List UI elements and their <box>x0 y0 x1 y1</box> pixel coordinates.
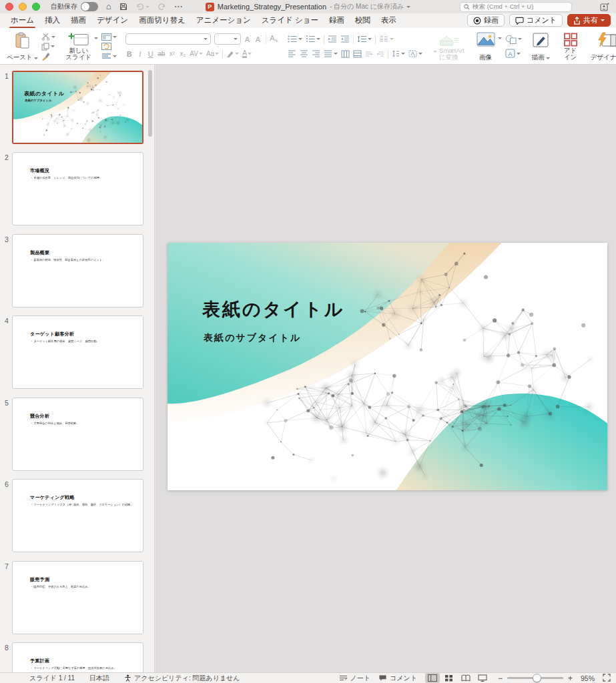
paste-button[interactable]: ペースト <box>4 31 41 62</box>
tab-transitions[interactable]: 画面切り替え <box>139 15 186 27</box>
add-column-right-button[interactable] <box>353 49 362 59</box>
tab-view[interactable]: 表示 <box>381 15 396 27</box>
tab-review[interactable]: 校閲 <box>355 15 370 27</box>
tab-home[interactable]: ホーム <box>11 15 34 27</box>
italic-button[interactable]: I <box>136 50 143 58</box>
more-toolbar-icon[interactable]: ⋯ <box>174 2 184 11</box>
align-center-button[interactable] <box>300 49 308 59</box>
copy-button[interactable] <box>41 42 55 51</box>
font-color-button[interactable]: A <box>242 50 252 58</box>
add-column-left-button[interactable] <box>341 49 350 59</box>
zoom-in-button[interactable]: + <box>568 674 573 683</box>
record-button[interactable]: 録画 <box>467 14 505 27</box>
minimize-window-button[interactable] <box>19 3 27 11</box>
grow-font-button[interactable]: Aˆ <box>244 35 252 43</box>
align-left-button[interactable] <box>288 49 296 59</box>
text-direction-ltr-button[interactable] <box>365 49 373 59</box>
convert-to-smartart-mini-button[interactable] <box>408 49 422 59</box>
section-button[interactable] <box>101 51 117 61</box>
autosave-toggle[interactable] <box>81 2 98 11</box>
notes-toggle[interactable]: ノート <box>339 674 370 683</box>
tab-record[interactable]: 録画 <box>329 15 344 27</box>
slide-canvas[interactable]: 表紙のタイトル 表紙のサブタイトル <box>168 243 607 490</box>
highlight-button[interactable] <box>226 50 239 57</box>
thumbnail-slide-5[interactable]: 競合分析 ・ 主要競合の強みと弱み、競争戦略。 <box>12 398 143 471</box>
normal-view-button[interactable] <box>425 673 440 683</box>
tab-draw[interactable]: 描画 <box>71 15 86 27</box>
thumbnail-slide-4[interactable]: ターゲット顧客分析 ・ ターゲット顧客層の特定、購買ニーズ、購買行動。 <box>12 315 143 389</box>
zoom-window-button[interactable] <box>32 3 40 11</box>
designer-button[interactable]: デザイナー <box>588 31 616 62</box>
undo-icon[interactable] <box>135 3 149 11</box>
picture-caret-icon[interactable] <box>498 37 502 39</box>
align-right-button[interactable] <box>312 49 320 59</box>
language-status[interactable]: 日本語 <box>89 674 109 683</box>
tab-animations[interactable]: アニメーション <box>196 15 251 27</box>
font-size-select[interactable] <box>214 33 241 45</box>
redo-icon[interactable] <box>158 3 166 11</box>
zoom-slider-knob[interactable] <box>533 674 541 682</box>
character-spacing-button[interactable]: AV <box>190 50 203 57</box>
columns-button[interactable] <box>379 35 394 44</box>
decrease-indent-button[interactable] <box>328 35 337 44</box>
reading-view-button[interactable] <box>458 673 473 683</box>
new-slide-caret-icon[interactable] <box>94 37 98 39</box>
paste-caret-icon[interactable] <box>34 57 38 59</box>
draw-button[interactable]: 描画 <box>529 31 553 62</box>
slide-title-text[interactable]: 表紙のタイトル <box>202 297 344 321</box>
slide-layout-button[interactable] <box>101 32 117 41</box>
comments-button[interactable]: コメント <box>509 14 563 27</box>
picture-button[interactable]: 画像 <box>474 31 498 62</box>
thumbnail-scrollbar[interactable] <box>148 70 152 137</box>
comments-toggle[interactable]: コメント <box>378 674 417 683</box>
strikethrough-button[interactable]: ab <box>158 50 165 57</box>
thumbnail-slide-1[interactable]: 表紙のタイトル 表紙のサブタイトル <box>12 71 143 144</box>
line-spacing-button[interactable] <box>357 35 372 44</box>
document-title-caret-icon[interactable] <box>406 6 410 8</box>
bullets-button[interactable] <box>288 35 302 44</box>
zoom-level[interactable]: 95% <box>581 674 595 682</box>
new-slide-button[interactable]: 新しいスライド <box>63 31 94 62</box>
justify-button[interactable] <box>324 49 338 59</box>
search-input[interactable]: 検索 (Cmd + Ctrl + U) <box>460 2 572 12</box>
subscript-button[interactable]: x₂ <box>179 50 186 57</box>
slideshow-view-button[interactable] <box>475 673 490 683</box>
font-name-select[interactable] <box>125 33 211 45</box>
text-box-button[interactable]: A <box>505 49 522 58</box>
slide-sorter-view-button[interactable] <box>442 673 456 683</box>
undo-caret-icon[interactable] <box>145 6 149 8</box>
share-button[interactable]: 共有 <box>567 14 611 27</box>
accessibility-status[interactable]: アクセシビリティ: 問題ありません <box>124 674 240 683</box>
numbering-button[interactable] <box>306 35 320 44</box>
tab-design[interactable]: デザイン <box>97 15 128 27</box>
change-case-button[interactable]: Aa <box>206 50 219 57</box>
tab-insert[interactable]: 挿入 <box>45 15 60 27</box>
smartart-button[interactable]: SmartArtに変換 <box>430 31 467 62</box>
zoom-slider[interactable] <box>507 677 563 679</box>
slide-subtitle-text[interactable]: 表紙のサブタイトル <box>204 332 301 344</box>
addins-button[interactable]: アドイン <box>560 31 581 62</box>
share-session-icon[interactable] <box>600 2 609 14</box>
home-icon[interactable]: ⌂ <box>106 2 111 11</box>
shrink-font-button[interactable]: Aˇ <box>255 35 262 43</box>
cut-button[interactable] <box>41 32 55 41</box>
thumbnail-slide-8[interactable]: 予算計画 ・ マーケティング活動に必要な予算の概要、投資対効果の見込み。 <box>12 642 143 672</box>
increase-indent-button[interactable] <box>340 35 350 44</box>
format-painter-button[interactable] <box>41 51 55 61</box>
thumbnail-slide-2[interactable]: 市場概況 ・ 市場の成長率、トレンド、競合状況についての概要。 <box>12 152 143 225</box>
shapes-button[interactable] <box>505 35 522 44</box>
clear-formatting-button[interactable]: A✎ <box>270 34 278 44</box>
align-text-button[interactable] <box>392 49 405 59</box>
tab-slideshow[interactable]: スライド ショー <box>262 15 318 27</box>
underline-button[interactable]: U <box>147 50 154 58</box>
superscript-button[interactable]: x² <box>168 50 176 57</box>
reset-slide-button[interactable] <box>101 42 117 51</box>
save-icon[interactable] <box>119 3 127 11</box>
fit-slide-button[interactable] <box>603 674 611 683</box>
thumbnail-slide-6[interactable]: マーケティング戦略 ・ マーケティングミックス（4P: 製品、価格、場所、プロモ… <box>12 479 143 552</box>
bold-button[interactable]: B <box>125 50 133 58</box>
zoom-out-button[interactable]: − <box>498 674 503 683</box>
thumbnail-slide-7[interactable]: 販売予測 ・ 販売目標、予測される売上、利益の見込み。 <box>12 561 143 634</box>
text-direction-rtl-button[interactable] <box>376 49 384 59</box>
close-window-button[interactable] <box>5 3 13 11</box>
